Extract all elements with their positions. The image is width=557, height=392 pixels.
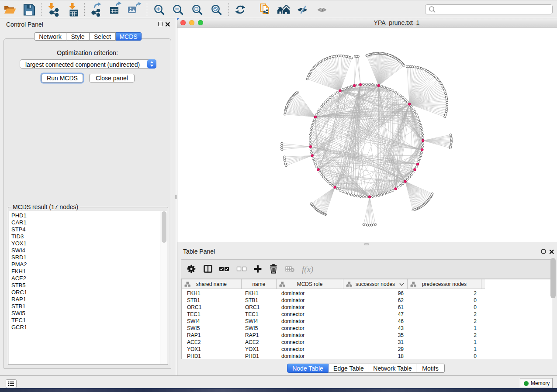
svg-text:f(x): f(x)	[302, 265, 313, 274]
